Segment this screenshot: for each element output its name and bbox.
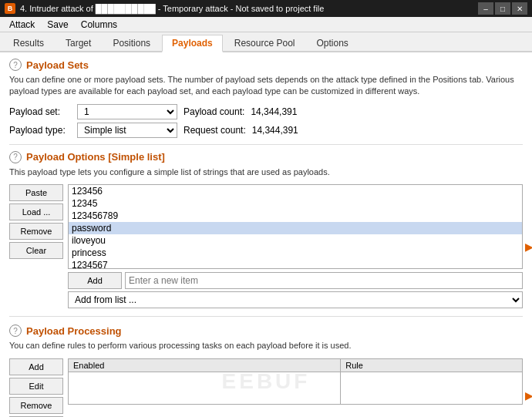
payload-options-help-icon[interactable]: ? [9, 151, 22, 163]
proc-edit-button[interactable]: Edit [9, 378, 63, 395]
payload-listbox[interactable]: 123456 12345 123456789 password iloveyou… [68, 184, 523, 269]
payload-set-select[interactable]: 1 [77, 104, 177, 119]
divider-1 [9, 144, 523, 145]
payload-sets-header: ? Payload Sets [9, 59, 523, 71]
divider-2 [9, 316, 523, 317]
add-item-button[interactable]: Add [68, 272, 122, 289]
payload-count-label: Payload count: [184, 106, 244, 117]
window-title: 4. Intruder attack of ██████████ - Tempo… [20, 4, 478, 13]
proc-scroll-arrow: ▶ [525, 389, 532, 402]
add-item-row: Add [68, 272, 523, 289]
payload-processing-help-icon[interactable]: ? [9, 325, 22, 337]
title-bar: B 4. Intruder attack of ██████████ - Tem… [0, 0, 532, 17]
tab-payloads[interactable]: Payloads [162, 35, 223, 52]
proc-add-button[interactable]: Add [9, 358, 63, 375]
list-item[interactable]: princess [69, 247, 522, 259]
payload-count-value: 14,344,391 [251, 106, 297, 117]
add-from-list-select[interactable]: Add from list ... [68, 291, 523, 308]
tab-bar: Results Target Positions Payloads Resour… [0, 32, 532, 52]
request-count-value: 14,344,391 [252, 125, 298, 136]
menu-attack[interactable]: Attack [3, 18, 41, 31]
processing-table: Enabled Rule [68, 358, 523, 405]
payload-processing-title: Payload Processing [26, 325, 122, 337]
window-controls: – □ ✕ [478, 2, 527, 15]
payload-sets-title: Payload Sets [26, 59, 89, 71]
payload-list-buttons: Paste Load ... Remove Clear [9, 184, 63, 308]
payload-processing-header: ? Payload Processing [9, 325, 523, 337]
proc-table-empty-row [69, 372, 523, 404]
payload-options-area: Paste Load ... Remove Clear 123456 12345… [9, 184, 523, 308]
payload-options-title: Payload Options [Simple list] [26, 151, 165, 163]
load-button[interactable]: Load ... [9, 203, 63, 220]
list-item[interactable]: password [69, 222, 522, 234]
col-enabled: Enabled [69, 358, 341, 372]
payload-type-select[interactable]: Simple list [77, 123, 177, 138]
list-item[interactable]: 123456 [69, 185, 522, 197]
payload-set-row: Payload set: 1 Payload count: 14,344,391 [9, 104, 523, 119]
proc-remove-button[interactable]: Remove [9, 397, 63, 414]
list-scroll-arrow: ▶ [525, 240, 532, 253]
tab-options[interactable]: Options [307, 35, 359, 51]
request-count-label: Request count: [184, 125, 246, 136]
tab-resource-pool[interactable]: Resource Pool [224, 35, 305, 51]
payload-processing-section: ? Payload Processing You can define rule… [9, 325, 523, 417]
tab-results[interactable]: Results [3, 35, 54, 51]
payload-sets-help-icon[interactable]: ? [9, 59, 22, 71]
payload-sets-description: You can define one or more payload sets.… [9, 74, 523, 98]
payload-options-header: ? Payload Options [Simple list] [9, 151, 523, 163]
list-item[interactable]: 123456789 [69, 210, 522, 222]
menu-save[interactable]: Save [41, 18, 74, 31]
paste-button[interactable]: Paste [9, 184, 63, 201]
add-item-input[interactable] [125, 272, 523, 289]
payload-list-col: 123456 12345 123456789 password iloveyou… [68, 184, 523, 308]
tab-target[interactable]: Target [56, 35, 101, 51]
payload-options-description: This payload type lets you configure a s… [9, 166, 523, 178]
main-content: ? Payload Sets You can define one or mor… [0, 52, 532, 417]
list-item[interactable]: iloveyou [69, 234, 522, 247]
payload-type-row: Payload type: Simple list Request count:… [9, 123, 523, 138]
minimize-button[interactable]: – [478, 2, 493, 15]
menu-bar: Attack Save Columns [0, 17, 532, 32]
list-item[interactable]: 1234567 [69, 259, 522, 269]
payload-processing-description: You can define rules to perform various … [9, 340, 523, 351]
list-item[interactable]: 12345 [69, 197, 522, 210]
close-button[interactable]: ✕ [512, 2, 527, 15]
maximize-button[interactable]: □ [495, 2, 510, 15]
menu-columns[interactable]: Columns [75, 18, 123, 31]
clear-button[interactable]: Clear [9, 242, 63, 259]
proc-table-col: Enabled Rule ▶ [68, 358, 523, 417]
app-icon: B [5, 3, 15, 14]
payload-processing-area: Add Edit Remove Up Enabled Rule [9, 358, 523, 417]
proc-buttons: Add Edit Remove Up [9, 358, 63, 417]
remove-button[interactable]: Remove [9, 223, 63, 240]
tab-positions[interactable]: Positions [103, 35, 160, 51]
payload-type-label: Payload type: [9, 125, 71, 136]
col-rule: Rule [341, 358, 523, 372]
payload-set-label: Payload set: [9, 106, 71, 117]
